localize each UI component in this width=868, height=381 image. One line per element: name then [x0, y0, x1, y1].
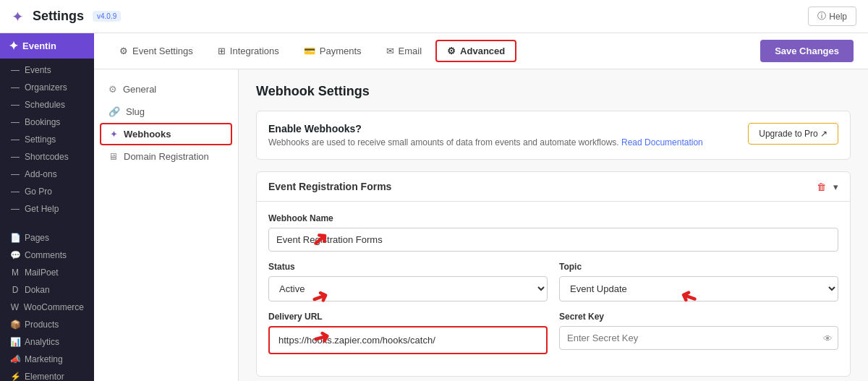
delivery-url-label: Delivery URL — [268, 312, 548, 322]
webhook-card-body: Webhook Name Status Active — [257, 202, 850, 376]
sidebar-item-pages[interactable]: 📄Pages — [0, 229, 94, 247]
topic-label: Topic — [559, 262, 838, 272]
expand-webhook-icon[interactable]: ▾ — [833, 181, 838, 192]
sidebar-item-products[interactable]: 📦Products — [0, 316, 94, 333]
sidebar-brand[interactable]: ✦ Eventin — [0, 33, 94, 59]
webhook-card-header: Event Registration Forms 🗑 ▾ — [257, 172, 850, 202]
schedules-icon: — — [10, 100, 20, 110]
payments-tab-icon: 💳 — [304, 46, 315, 56]
webhook-name-group: Webhook Name — [268, 213, 838, 252]
webhook-name-input[interactable] — [268, 228, 838, 252]
right-panel: Webhook Settings Enable Webhooks? Webhoo… — [239, 69, 868, 381]
left-panel-slug[interactable]: 🔗 Slug — [94, 100, 238, 123]
products-icon: 📦 — [10, 320, 20, 330]
sidebar-item-settings[interactable]: —Settings — [0, 131, 94, 148]
mailpoet-icon: M — [10, 267, 20, 278]
app-version: v4.0.9 — [93, 11, 121, 22]
status-group: Status Active — [268, 262, 548, 301]
event-settings-tab-icon: ⚙ — [119, 46, 128, 56]
bookings-icon: — — [10, 117, 20, 127]
delivery-url-input[interactable] — [271, 329, 545, 351]
webhook-name-label: Webhook Name — [268, 213, 838, 223]
advanced-tab-icon: ⚙ — [447, 46, 456, 56]
elementor-icon: ⚡ — [10, 372, 20, 381]
sidebar-item-gethelp[interactable]: —Get Help — [0, 200, 94, 218]
left-panel-domain-registration[interactable]: 🖥 Domain Registration — [94, 145, 238, 168]
app-logo-icon: ✦ — [12, 8, 24, 25]
webhook-settings-title: Webhook Settings — [256, 84, 851, 99]
sidebar-item-organizers[interactable]: —Organizers — [0, 79, 94, 96]
sidebar-item-bookings[interactable]: —Bookings — [0, 114, 94, 131]
left-panel-webhooks[interactable]: ✦ Webhooks — [100, 123, 232, 145]
webhooks-icon: ✦ — [110, 129, 118, 140]
sidebar-item-elementor[interactable]: ⚡Elementor — [0, 368, 94, 381]
enable-webhooks-box: Enable Webhooks? Webhooks are used to re… — [256, 111, 851, 160]
delivery-url-group: Delivery URL — [268, 312, 548, 354]
comments-icon: 💬 — [10, 250, 20, 260]
sidebar-item-comments[interactable]: 💬Comments — [0, 247, 94, 264]
sidebar-item-analytics[interactable]: 📊Analytics — [0, 333, 94, 351]
marketing-icon: 📣 — [10, 354, 20, 364]
sidebar-item-mailpoet[interactable]: MMailPoet — [0, 264, 94, 281]
help-icon: ⓘ — [817, 10, 826, 22]
gopro-icon: — — [10, 187, 20, 197]
sidebar-item-marketing[interactable]: 📣Marketing — [0, 351, 94, 368]
help-button[interactable]: ⓘ Help — [808, 7, 856, 26]
domain-icon: 🖥 — [109, 151, 118, 162]
sidebar-item-schedules[interactable]: —Schedules — [0, 96, 94, 114]
tab-email[interactable]: ✉ Email — [375, 40, 433, 61]
topbar: ✦ Settings v4.0.9 ⓘ Help — [0, 0, 868, 33]
brand-icon: ✦ — [9, 39, 18, 53]
sidebar-item-dokan[interactable]: DDokan — [0, 281, 94, 299]
settings-icon: — — [10, 134, 20, 145]
topic-group: Topic Event Update — [559, 262, 838, 301]
general-icon: ⚙ — [109, 84, 117, 95]
dokan-icon: D — [10, 285, 20, 295]
tab-integrations[interactable]: ⊞ Integrations — [207, 40, 290, 61]
secret-key-label: Secret Key — [559, 312, 838, 322]
sidebar-item-gopro[interactable]: —Go Pro — [0, 183, 94, 200]
tab-bar: ⚙ Event Settings ⊞ Integrations 💳 Paymen… — [94, 33, 868, 69]
tab-event-settings[interactable]: ⚙ Event Settings — [109, 40, 204, 61]
read-documentation-link[interactable]: Read Documentation — [621, 137, 703, 147]
webhook-card: Event Registration Forms 🗑 ▾ Webhook Nam… — [256, 171, 851, 377]
delivery-url-box — [268, 326, 548, 354]
sidebar-item-woocommerce[interactable]: WWooCommerce — [0, 299, 94, 316]
brand-label: Eventin — [22, 40, 56, 51]
status-select[interactable]: Active — [268, 276, 548, 301]
email-tab-icon: ✉ — [386, 46, 394, 56]
secret-key-group: Secret Key 👁 — [559, 312, 838, 354]
app-title: Settings — [33, 9, 84, 24]
webhook-card-title: Event Registration Forms — [268, 181, 391, 192]
enable-webhooks-question: Enable Webhooks? — [268, 123, 703, 134]
status-label: Status — [268, 262, 548, 272]
webhook-card-actions: 🗑 ▾ — [817, 181, 838, 192]
organizers-icon: — — [10, 82, 20, 93]
delivery-secret-row: Delivery URL Secret Key 👁 — [268, 312, 838, 354]
left-panel: ⚙ General 🔗 Slug ✦ Webhooks 🖥 Domain Reg… — [94, 69, 239, 381]
integrations-tab-icon: ⊞ — [218, 46, 226, 56]
tab-payments[interactable]: 💳 Payments — [293, 40, 373, 61]
status-topic-row: Status Active Topic Event Update — [268, 262, 838, 301]
save-changes-button[interactable]: Save Changes — [760, 40, 854, 62]
topic-select[interactable]: Event Update — [559, 276, 838, 301]
sidebar-item-events[interactable]: —Events — [0, 61, 94, 79]
left-panel-general[interactable]: ⚙ General — [94, 78, 238, 100]
secret-key-input[interactable] — [559, 326, 838, 350]
upgrade-to-pro-button[interactable]: Upgrade to Pro ↗ — [748, 123, 838, 145]
slug-icon: 🔗 — [109, 106, 120, 117]
analytics-icon: 📊 — [10, 337, 20, 347]
sidebar-item-shortcodes[interactable]: —Shortcodes — [0, 148, 94, 166]
woo-icon: W — [10, 302, 20, 312]
gethelp-icon: — — [10, 204, 20, 214]
sidebar-item-addons[interactable]: —Add-ons — [0, 166, 94, 183]
delete-webhook-icon[interactable]: 🗑 — [817, 181, 826, 192]
enable-webhooks-text: Enable Webhooks? Webhooks are used to re… — [268, 123, 703, 147]
enable-webhooks-description: Webhooks are used to receive small amoun… — [268, 137, 703, 147]
secret-key-visibility-icon[interactable]: 👁 — [823, 333, 833, 343]
pages-icon: 📄 — [10, 233, 20, 243]
addons-icon: — — [10, 169, 20, 179]
tab-advanced[interactable]: ⚙ Advanced — [435, 40, 516, 62]
shortcodes-icon: — — [10, 152, 20, 162]
sidebar: ✦ Eventin —Events —Organizers —Schedules… — [0, 33, 94, 381]
